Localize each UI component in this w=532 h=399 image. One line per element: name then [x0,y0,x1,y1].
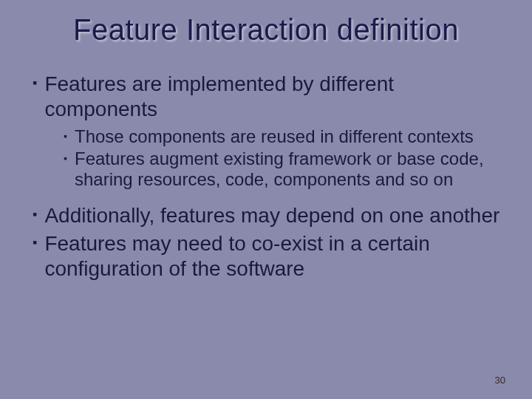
bullet-marker-icon: ▪ [33,72,37,94]
sub-bullet-item: ▪ Those components are reused in differe… [64,126,502,147]
bullet-item: ▪ Additionally, features may depend on o… [33,203,502,228]
sub-bullet-list: ▪ Those components are reused in differe… [64,126,502,190]
bullet-marker-icon: ▪ [33,203,37,225]
bullet-text: Features are implemented by different co… [44,72,502,122]
sub-bullet-item: ▪ Features augment existing framework or… [64,149,502,190]
bullet-item: ▪ Features may need to co-exist in a cer… [33,231,502,282]
bullet-text: Features may need to co-exist in a certa… [44,231,502,282]
bullet-marker-icon: ▪ [64,149,67,168]
bullet-item: ▪ Features are implemented by different … [33,72,502,122]
bullet-marker-icon: ▪ [33,231,37,253]
slide: Feature Interaction definition ▪ Feature… [0,0,532,399]
slide-title: Feature Interaction definition [30,13,502,47]
bullet-marker-icon: ▪ [64,126,67,146]
page-number: 30 [495,375,505,386]
bullet-text: Additionally, features may depend on one… [44,203,499,228]
sub-bullet-text: Those components are reused in different… [75,126,474,147]
slide-content: ▪ Features are implemented by different … [30,72,502,282]
sub-bullet-text: Features augment existing framework or b… [75,149,502,190]
